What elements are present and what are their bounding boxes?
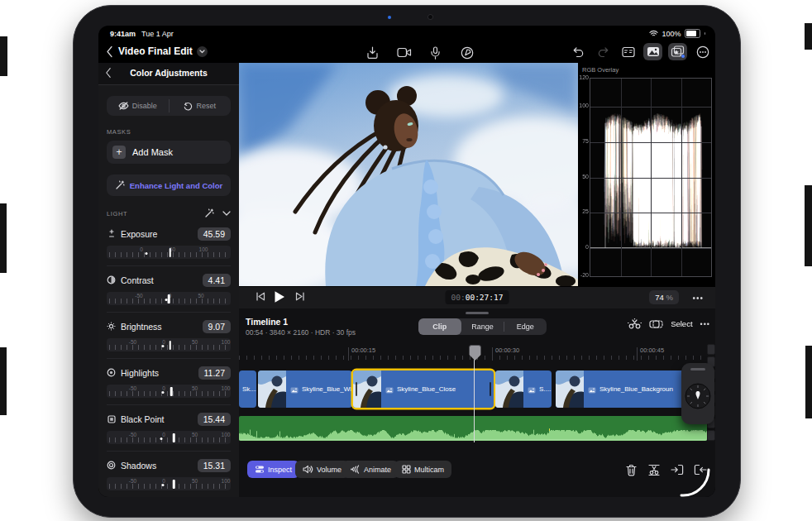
tick-label: -50 (129, 385, 136, 391)
timeline-clip[interactable]: Skyline_Blue_Wide (258, 370, 352, 408)
slider-default-dot (161, 345, 164, 347)
panel-title: Color Adjustments (98, 68, 239, 78)
back-chevron-icon[interactable] (106, 45, 113, 58)
timeline-clip-selected[interactable]: Skyline_Blue_Close (353, 370, 494, 408)
ruler-timecode: 00:00:45 (640, 347, 664, 354)
disable-button[interactable]: Disable (107, 96, 169, 116)
tick-label: 0 (162, 339, 165, 345)
inspect-button[interactable]: Inspect (247, 461, 299, 478)
mode-clip[interactable]: Clip (418, 318, 461, 335)
date: Tue 1 Apr (141, 30, 174, 38)
mode-range[interactable]: Range (461, 318, 504, 335)
mode-edge[interactable]: Edge (504, 318, 547, 335)
timecode-value: 00:27:17 (466, 293, 504, 302)
scope-plot (590, 78, 712, 277)
media-browser-button[interactable] (643, 43, 662, 60)
jog-panel-handle[interactable] (690, 368, 705, 370)
slider-thumb[interactable] (170, 387, 173, 396)
audio-track[interactable] (239, 416, 707, 441)
more-options-button[interactable] (693, 43, 712, 60)
inspector-panel-button[interactable] (619, 43, 638, 60)
disable-reset-control: Disable Reset (107, 96, 231, 116)
enhance-light-color-button[interactable]: Enhance Light and Color (107, 174, 231, 196)
scope-axis-label: 75 (578, 138, 589, 144)
zoom-level-control[interactable]: 74 % (649, 290, 679, 304)
add-mask-button[interactable]: + Add Mask (107, 141, 231, 164)
trim-handle-right[interactable] (490, 382, 491, 396)
slider-value[interactable]: 15.44 (198, 413, 231, 426)
app-screen: 9:41am Tue 1 Apr 100% Video Final Edit (98, 26, 715, 497)
tick-label: -50 (129, 478, 136, 484)
select-button[interactable]: Select (671, 319, 692, 328)
plusminus-icon (107, 229, 116, 238)
jog-wheel-panel[interactable] (681, 363, 714, 424)
slider-ruler[interactable]: -50050100 (107, 385, 231, 398)
undo-button[interactable] (569, 43, 588, 60)
ruler-timecode: 00:00:30 (495, 347, 519, 354)
tick-label: 100 (222, 385, 231, 391)
slider-label: Shadows (121, 461, 193, 471)
timeline-drag-handle[interactable] (466, 312, 489, 314)
slider-value[interactable]: 11.27 (198, 366, 232, 380)
slider-value[interactable]: 15.31 (198, 459, 231, 472)
clip-overlap-icon[interactable] (649, 319, 663, 329)
slider-thumb[interactable] (169, 341, 171, 350)
clip-thumbnail (353, 370, 381, 408)
battery-percent: 100% (662, 30, 681, 38)
skip-to-start-button[interactable] (256, 291, 265, 302)
redo-button[interactable] (594, 43, 613, 60)
timeline-name: Timeline 1 (246, 317, 288, 327)
title-menu-chevron-icon[interactable] (197, 46, 208, 57)
slider-thumb[interactable] (173, 480, 175, 489)
slider-thumb[interactable] (169, 248, 171, 257)
jog-dial-icon[interactable] (681, 378, 714, 411)
animate-button[interactable]: Animate (342, 461, 399, 478)
background-block (805, 23, 812, 50)
slider-ruler[interactable]: -50050100 (107, 477, 231, 490)
slider-ruler[interactable]: 050100 (107, 246, 231, 259)
effects-button[interactable] (668, 43, 687, 60)
clip-label: Skyline_Blue_Close (397, 385, 456, 393)
page-background: 9:41am Tue 1 Apr 100% Video Final Edit (0, 0, 812, 521)
play-button[interactable] (274, 290, 285, 304)
split-clip-button[interactable] (647, 462, 661, 477)
split-tool-icon[interactable] (628, 318, 642, 329)
skip-to-end-button[interactable] (295, 291, 305, 302)
timeline-clip[interactable]: S...... (495, 370, 552, 408)
tick-label: 100 (222, 339, 231, 345)
slider-value[interactable]: 4.41 (203, 274, 231, 287)
transport-bar: 00:00:27:17 74 % ••• (239, 286, 715, 309)
auto-enhance-icon[interactable] (204, 208, 214, 218)
rgb-overlay-scope: RGB Overlay 1201007550250-20 (578, 63, 715, 286)
multicam-button[interactable]: Multicam (394, 461, 451, 478)
plus-icon: + (112, 146, 126, 159)
camera-button[interactable] (394, 44, 413, 61)
scope-axis-label: 100 (578, 103, 589, 108)
slider-black-point: Black Point15.44-50050100 (107, 404, 231, 444)
volume-button[interactable]: Volume (295, 461, 349, 478)
slider-thumb[interactable] (168, 294, 170, 304)
slider-ruler[interactable]: -50050100 (107, 338, 231, 351)
delete-button[interactable] (624, 462, 638, 477)
brightness-icon (107, 322, 116, 331)
viewer-more-button[interactable]: ••• (692, 294, 704, 303)
slider-value[interactable]: 9.07 (203, 320, 231, 333)
button-label: Inspect (268, 466, 292, 474)
clip-label: S...... (539, 385, 552, 393)
slider-thumb[interactable] (173, 433, 175, 442)
slider-ruler[interactable]: -50050100 (107, 431, 231, 444)
status-bar: 9:41am Tue 1 Apr 100% (98, 26, 715, 41)
import-button[interactable] (363, 44, 382, 61)
microphone-button[interactable] (426, 44, 445, 61)
reset-button[interactable]: Reset (170, 96, 232, 116)
trim-handle-left[interactable] (356, 382, 357, 396)
project-title[interactable]: Video Final Edit (118, 45, 193, 57)
slider-ruler[interactable]: -50050 (107, 292, 231, 305)
timeline-more-button[interactable]: ••• (700, 320, 710, 328)
zoom-unit: % (666, 293, 673, 302)
collapse-chevron-icon[interactable] (222, 211, 231, 216)
pencil-tools-button[interactable] (457, 44, 476, 61)
slider-value[interactable]: 45.59 (198, 227, 231, 241)
video-preview[interactable] (239, 63, 578, 286)
timeline-clip[interactable]: Sk.... (239, 370, 256, 408)
